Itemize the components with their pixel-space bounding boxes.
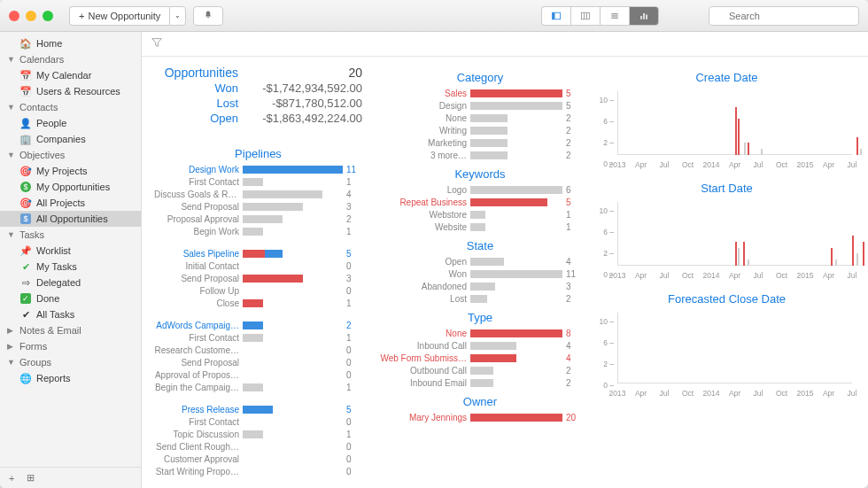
breakdown-row[interactable]: Logo 6: [378, 184, 582, 196]
pipeline-stage-row[interactable]: Start Writing Propo… 0: [154, 466, 362, 477]
breakdown-row[interactable]: Inbound Call 4: [378, 340, 582, 352]
stage-value: 0: [346, 442, 362, 452]
breakdown-row[interactable]: Design 5: [378, 100, 582, 112]
notifications-button[interactable]: [193, 6, 223, 26]
stage-value: 0: [346, 286, 362, 296]
filter-icon[interactable]: [151, 36, 163, 52]
view-list-button[interactable]: [600, 6, 629, 26]
pipeline-stage-row[interactable]: Send Proposal 3: [154, 201, 362, 213]
sidebar-section-forms[interactable]: ▶Forms: [0, 338, 141, 354]
sidebar-item-users-resources[interactable]: 📅Users & Resources: [0, 83, 141, 99]
start-date-chart[interactable]: 10 –6 –2 –0 –2013AprJulOct2014AprJulOct2…: [598, 198, 856, 280]
create-date-chart[interactable]: 10 –6 –2 –0 –2013AprJulOct2014AprJulOct2…: [598, 88, 856, 169]
breakdown-row[interactable]: Abandoned 3: [378, 281, 582, 292]
sidebar-item-all-tasks[interactable]: ✔All Tasks: [0, 306, 141, 322]
breakdown-row[interactable]: Outbound Call 2: [378, 365, 582, 376]
timeline-bar: [856, 253, 858, 266]
pipeline-stage-row[interactable]: Customer Approval 0: [154, 453, 362, 465]
sidebar-label: Home: [36, 38, 62, 49]
pipeline-stage-row[interactable]: Send Proposal 0: [154, 357, 362, 368]
breakdown-row[interactable]: Inbound Email 2: [378, 377, 582, 389]
x-tick: Jul: [660, 160, 670, 169]
sidebar-section-objectives[interactable]: ▼Objectives: [0, 147, 141, 163]
sidebar-label: Reports: [36, 373, 71, 383]
breakdown-row[interactable]: Website 1: [378, 221, 582, 233]
sidebar-section-notes[interactable]: ▶Notes & Email: [0, 322, 141, 338]
breakdown-row[interactable]: 3 more… 2: [378, 150, 582, 161]
sidebar-item-worklist[interactable]: 📌Worklist: [0, 243, 141, 259]
new-opportunity-dropdown[interactable]: ⌄: [169, 6, 186, 26]
breakdown-row[interactable]: Repeat Business 5: [378, 197, 582, 208]
pipeline-stage-row[interactable]: Approval of Propos… 0: [154, 369, 362, 381]
pipeline-stage-row[interactable]: First Contact 1: [154, 176, 362, 188]
pipeline-stage-row[interactable]: Discuss Goals & Re… 4: [154, 189, 362, 200]
minimize-window-button[interactable]: [26, 11, 36, 21]
pipeline-stage-row[interactable]: Initial Contact 0: [154, 260, 362, 272]
sidebar-item-people[interactable]: 👤People: [0, 115, 141, 131]
pipeline-stage-row[interactable]: Send Proposal 3: [154, 273, 362, 284]
pipeline-stage-row[interactable]: Proposal Approval 2: [154, 213, 362, 225]
pipeline-stage-row[interactable]: Send Client Rough… 0: [154, 441, 362, 453]
sidebar-section-calendars[interactable]: ▼Calendars: [0, 51, 141, 67]
breakdown-row[interactable]: Web Form Submiss… 4: [378, 352, 582, 364]
view-sidebar-button[interactable]: [541, 6, 570, 26]
sidebar-section-contacts[interactable]: ▼Contacts: [0, 99, 141, 115]
search-input[interactable]: [709, 6, 859, 26]
pipeline-stage-row[interactable]: Begin Work 1: [154, 226, 362, 237]
pipeline-stage-row[interactable]: First Contact 0: [154, 416, 362, 428]
pipeline-name: Sales Pipeline: [154, 249, 239, 259]
stage-label: First Contact: [154, 417, 239, 427]
sidebar-item-home[interactable]: 🏠 Home: [0, 35, 141, 51]
pipeline-stage-row[interactable]: Follow Up 0: [154, 285, 362, 297]
sidebar-section-groups[interactable]: ▼Groups: [0, 354, 141, 370]
view-columns-button[interactable]: [570, 6, 600, 26]
stage-value: 4: [346, 190, 362, 199]
breakdown-row[interactable]: Marketing 2: [378, 137, 582, 149]
sidebar-item-my-tasks[interactable]: ✔My Tasks: [0, 259, 141, 275]
breakdown-row[interactable]: None 8: [378, 328, 582, 339]
pipeline-stage-row[interactable]: Topic Discussion 1: [154, 429, 362, 440]
sidebar-section-tasks[interactable]: ▼Tasks: [0, 227, 141, 243]
row-label: Open: [378, 257, 467, 267]
grid-icon[interactable]: ⊞: [27, 472, 35, 484]
sidebar-item-all-opportunities[interactable]: $All Opportunities: [0, 211, 141, 227]
pipeline-header[interactable]: AdWords Campaig… 2: [154, 320, 362, 331]
stage-label: Research Custome…: [154, 345, 239, 355]
sidebar-item-all-projects[interactable]: 🎯All Projects: [0, 195, 141, 211]
breakdown-row[interactable]: Won 11: [378, 268, 582, 280]
sidebar-item-my-projects[interactable]: 🎯My Projects: [0, 163, 141, 179]
summary-column: Opportunities20 Won-$1,742,934,592.00 Lo…: [154, 66, 362, 488]
zoom-window-button[interactable]: [43, 11, 53, 21]
close-window-button[interactable]: [9, 11, 19, 21]
breakdown-row[interactable]: Lost 2: [378, 293, 582, 305]
sidebar-item-companies[interactable]: 🏢Companies: [0, 131, 141, 147]
x-tick: 2015: [797, 271, 814, 280]
sidebar-label: Calendars: [19, 54, 64, 65]
add-button[interactable]: +: [9, 473, 14, 484]
breakdown-row[interactable]: Sales 5: [378, 88, 582, 99]
pipeline-stage-row[interactable]: Research Custome… 0: [154, 345, 362, 356]
view-dashboard-button[interactable]: [629, 6, 659, 26]
pipeline-header[interactable]: Design Work 11: [154, 164, 362, 175]
breakdown-row[interactable]: Open 4: [378, 256, 582, 267]
sidebar-item-delegated[interactable]: ⇨Delegated: [0, 275, 141, 290]
pipeline-stage-row[interactable]: Begin the Campaig… 1: [154, 382, 362, 393]
stage-label: Discuss Goals & Re…: [154, 190, 239, 199]
stage-label: Send Proposal: [154, 274, 239, 283]
forecast-date-chart[interactable]: 10 –6 –2 –0 –2013AprJulOct2014AprJulOct2…: [598, 309, 856, 398]
sidebar-item-reports[interactable]: 🌐Reports: [0, 370, 141, 386]
sidebar-item-done[interactable]: ✓Done: [0, 290, 141, 306]
pipeline-header[interactable]: Press Release 5: [154, 404, 362, 415]
sidebar-item-my-opportunities[interactable]: $My Opportunities: [0, 179, 141, 195]
pipeline-stage-row[interactable]: Close 1: [154, 298, 362, 309]
row-value: 1: [566, 222, 582, 232]
new-opportunity-button[interactable]: + New Opportunity: [69, 6, 169, 26]
pipeline-stage-row[interactable]: First Contact 1: [154, 332, 362, 344]
breakdown-row[interactable]: Writing 2: [378, 125, 582, 136]
breakdown-row[interactable]: Webstore 1: [378, 209, 582, 221]
sidebar-item-my-calendar[interactable]: 📅My Calendar: [0, 67, 141, 83]
breakdown-row[interactable]: Mary Jennings 20: [378, 412, 582, 423]
pipeline-header[interactable]: Sales Pipeline 5: [154, 248, 362, 259]
breakdown-row[interactable]: None 2: [378, 112, 582, 124]
y-tick: 2 –: [598, 360, 614, 368]
